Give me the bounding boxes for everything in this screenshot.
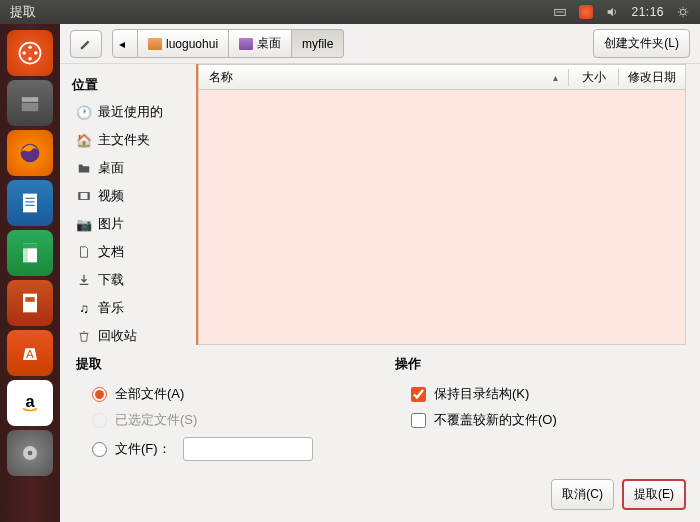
breadcrumb-label: luoguohui	[166, 37, 218, 51]
sidebar-item-music[interactable]: ♫音乐	[72, 294, 192, 322]
video-icon	[76, 188, 92, 204]
checkbox-keep-structure[interactable]: 保持目录结构(K)	[395, 381, 684, 407]
launcher-firefox[interactable]	[7, 130, 53, 176]
breadcrumb-item-home[interactable]: luoguohui	[138, 29, 229, 58]
create-folder-button[interactable]: 创建文件夹(L)	[593, 29, 690, 58]
extract-section-header: 提取	[76, 355, 365, 373]
sidebar-item-downloads[interactable]: 下载	[72, 266, 192, 294]
window-title: 提取	[10, 3, 553, 21]
radio-files-pattern[interactable]: 文件(F)：	[76, 433, 365, 465]
update-icon[interactable]	[579, 5, 593, 19]
launcher-amazon[interactable]: a	[7, 380, 53, 426]
launcher-software[interactable]: A	[7, 330, 53, 376]
folder-icon	[76, 160, 92, 176]
launcher-calc[interactable]	[7, 230, 53, 276]
svg-point-2	[680, 9, 685, 14]
svg-rect-19	[25, 297, 34, 302]
download-icon	[76, 272, 92, 288]
file-column-headers: 名称▴ 大小 修改日期	[198, 64, 686, 90]
actions-section-header: 操作	[395, 355, 684, 373]
places-sidebar: 位置 🕐最近使用的 🏠主文件夹 桌面 视频 📷图片 文档 下载 ♫音乐 回收站 …	[60, 64, 196, 345]
breadcrumb-item-current[interactable]: myfile	[292, 29, 344, 58]
folder-icon	[239, 38, 253, 50]
keyboard-icon[interactable]	[553, 5, 567, 19]
svg-rect-8	[22, 97, 38, 102]
svg-point-4	[22, 51, 26, 55]
sort-ascending-icon: ▴	[553, 72, 558, 83]
svg-rect-17	[23, 244, 28, 263]
options-area: 提取 全部文件(A) 已选定文件(S) 文件(F)： 操作 保持目录结构(K) …	[60, 345, 700, 471]
location-toolbar: ◂ luoguohui 桌面 myfile 创建文件夹(L)	[60, 24, 700, 64]
svg-rect-18	[23, 294, 37, 313]
sidebar-item-trash[interactable]: 回收站	[72, 322, 192, 345]
all-files-radio[interactable]	[92, 387, 107, 402]
launcher-settings[interactable]	[7, 430, 53, 476]
sidebar-label: 最近使用的	[98, 103, 163, 121]
folder-icon	[148, 38, 162, 50]
svg-rect-26	[88, 193, 90, 200]
trash-icon	[76, 328, 92, 344]
breadcrumb: ◂ luoguohui 桌面 myfile	[112, 29, 344, 58]
launcher-dash[interactable]	[7, 30, 53, 76]
svg-rect-11	[23, 194, 37, 213]
edit-path-button[interactable]	[70, 30, 102, 58]
column-date[interactable]: 修改日期	[619, 69, 685, 86]
no-overwrite-checkbox[interactable]	[411, 413, 426, 428]
launcher-writer[interactable]	[7, 180, 53, 226]
topbar: 提取 21:16	[0, 0, 700, 24]
sidebar-label: 音乐	[98, 299, 124, 317]
sidebar-label: 桌面	[98, 159, 124, 177]
dialog-content: ◂ luoguohui 桌面 myfile 创建文件夹(L) 位置 🕐最近使用的…	[60, 24, 700, 522]
column-size[interactable]: 大小	[569, 69, 619, 86]
file-list-body[interactable]	[198, 90, 686, 345]
sidebar-item-desktop[interactable]: 桌面	[72, 154, 192, 182]
clock[interactable]: 21:16	[631, 5, 664, 19]
files-pattern-radio[interactable]	[92, 442, 107, 457]
sidebar-label: 下载	[98, 271, 124, 289]
panel-indicators: 21:16	[553, 5, 690, 19]
camera-icon: 📷	[76, 216, 92, 232]
file-list-panel: 名称▴ 大小 修改日期	[196, 64, 686, 345]
sidebar-item-home[interactable]: 🏠主文件夹	[72, 126, 192, 154]
sidebar-item-recent[interactable]: 🕐最近使用的	[72, 98, 192, 126]
dialog-footer: 取消(C) 提取(E)	[60, 471, 700, 522]
breadcrumb-root[interactable]: ◂	[112, 29, 138, 58]
cancel-button[interactable]: 取消(C)	[551, 479, 614, 510]
svg-text:a: a	[25, 392, 35, 410]
sidebar-label: 文档	[98, 243, 124, 261]
keep-structure-checkbox[interactable]	[411, 387, 426, 402]
clock-icon: 🕐	[76, 104, 92, 120]
sidebar-label: 视频	[98, 187, 124, 205]
places-header: 位置	[72, 72, 192, 98]
launcher-impress[interactable]	[7, 280, 53, 326]
sidebar-label: 回收站	[98, 327, 137, 345]
breadcrumb-label: 桌面	[257, 35, 281, 52]
home-icon: 🏠	[76, 132, 92, 148]
launcher: A a	[0, 24, 60, 522]
checkbox-no-overwrite[interactable]: 不覆盖较新的文件(O)	[395, 407, 684, 433]
sound-icon[interactable]	[605, 5, 619, 19]
svg-point-6	[28, 57, 32, 61]
launcher-files[interactable]	[7, 80, 53, 126]
svg-point-7	[34, 51, 38, 55]
radio-all-files[interactable]: 全部文件(A)	[76, 381, 365, 407]
breadcrumb-item-desktop[interactable]: 桌面	[229, 29, 292, 58]
gear-icon[interactable]	[676, 5, 690, 19]
sidebar-item-documents[interactable]: 文档	[72, 238, 192, 266]
svg-text:A: A	[26, 347, 34, 360]
sidebar-item-videos[interactable]: 视频	[72, 182, 192, 210]
doc-icon	[76, 244, 92, 260]
breadcrumb-label: myfile	[302, 37, 333, 51]
files-pattern-input[interactable]	[183, 437, 313, 461]
column-name[interactable]: 名称▴	[199, 69, 569, 86]
music-icon: ♫	[76, 300, 92, 316]
sidebar-item-pictures[interactable]: 📷图片	[72, 210, 192, 238]
extract-button[interactable]: 提取(E)	[622, 479, 686, 510]
svg-point-5	[28, 45, 32, 49]
svg-rect-25	[79, 193, 81, 200]
radio-selected-files: 已选定文件(S)	[76, 407, 365, 433]
selected-files-radio	[92, 413, 107, 428]
sidebar-label: 主文件夹	[98, 131, 150, 149]
svg-rect-9	[22, 103, 38, 111]
svg-point-23	[28, 451, 33, 456]
